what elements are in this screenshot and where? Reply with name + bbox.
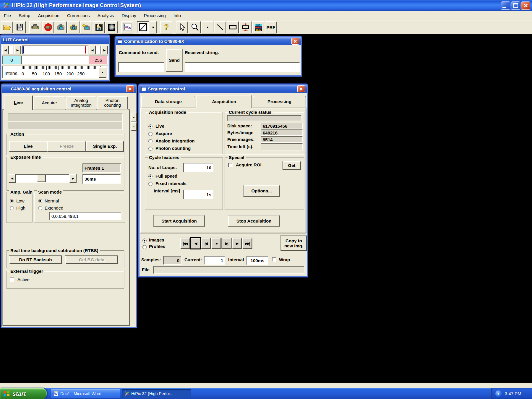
profiles-radio[interactable] [142,245,147,249]
menu-display[interactable]: Display [118,13,140,18]
tab-live[interactable]: Live [4,95,33,110]
lut-high-marker [85,46,86,53]
tab-analog-integration[interactable]: Analog Integration [66,96,96,110]
comm-window: Communication to C4880-8X Command to sen… [115,36,302,77]
tab-processing[interactable]: Processing [253,96,306,108]
lut-low-value[interactable]: 0 [2,56,21,64]
lut-range-bar[interactable] [22,46,88,54]
tray-collapse-icon[interactable]: ‹ [495,390,502,397]
command-label: Command to send: [119,50,159,55]
close-icon [293,40,297,43]
tab-data-storage[interactable]: Data storage [141,96,195,108]
vertical-profile-tool-icon[interactable] [239,21,252,33]
live-video-icon[interactable] [29,21,41,33]
task-word[interactable]: W Doc1 - Microsoft Word [51,389,120,398]
file-field[interactable] [153,266,304,274]
word-icon: W [53,391,59,396]
images-label[interactable]: Images [149,238,164,243]
menu-corrections[interactable]: Corrections [63,13,94,18]
wrap-label[interactable]: Wrap [279,257,290,262]
scroll-down-button[interactable]: ▼ [131,122,137,131]
nav-stop-button[interactable]: ■ [211,238,221,249]
lut-left-thumb[interactable] [9,46,14,54]
menu-processing[interactable]: Processing [140,13,170,18]
desktop: HiPic 32 (High Performance Image Control… [0,0,532,399]
lut-scale-options-button[interactable] [99,67,106,78]
acq-close-button[interactable] [126,85,134,92]
zoom-tool-icon[interactable] [189,21,201,33]
nav-play-back-button[interactable]: ◀ [191,238,200,249]
menu-setup[interactable]: Setup [15,13,34,18]
nav-step-forward-button[interactable]: ▶| [222,238,231,249]
acquire-image-icon[interactable] [55,21,67,33]
command-input[interactable] [118,62,164,72]
menu-file[interactable]: File [0,13,15,18]
tab-acquisition[interactable]: Acquisition [196,95,252,108]
lut-right-thumb[interactable] [96,46,101,54]
restore-button[interactable] [511,1,520,10]
lut-high-value[interactable]: 256 [89,56,108,64]
images-radio[interactable] [142,239,147,243]
interval-field[interactable]: 100ms [246,256,268,265]
task-hipic[interactable]: HiPic 32 (High Perfor... [122,389,191,398]
lut-left-dec-button[interactable]: ◀ [2,46,9,54]
line-tool-icon[interactable] [214,21,226,33]
menu-acquisition[interactable]: Acquisition [34,13,63,18]
tab-acquire[interactable]: Acquire [33,96,65,110]
nav-first-button[interactable]: |◀◀ [180,238,190,249]
wrap-checkbox[interactable] [272,257,276,262]
lut-toggle-icon[interactable] [137,21,149,33]
svg-text:?: ? [164,23,168,31]
point-tool-icon[interactable] [201,21,213,33]
window-title: HiPic 32 (High Performance Image Control… [12,2,141,9]
ruler-tick [58,66,59,70]
lut-right-inc-button[interactable]: ▶ [101,46,108,54]
rectangle-tool-icon[interactable] [227,21,239,33]
seq-close-button[interactable] [297,85,305,92]
photon-counting-icon[interactable] [80,21,92,33]
lut-right-dec-button[interactable]: ◀ [89,46,96,54]
send-button[interactable]: Send [166,49,182,72]
nav-last-button[interactable]: ▶▶| [242,238,252,249]
scaling-tool-icon[interactable]: XYTSCAL [252,21,264,33]
lut-left-inc-button[interactable]: ▶ [14,46,21,54]
minimize-button[interactable] [501,1,510,10]
acq-titlebar[interactable]: C4880-80 acquisition control [2,85,136,93]
current-field[interactable]: 1 [204,256,225,265]
scroll-up-button[interactable]: ▲ [131,113,137,121]
help-icon[interactable]: ? [160,21,172,33]
comm-close-button[interactable] [291,38,299,45]
shading-correction-icon[interactable] [106,21,118,33]
taskbar: start W Doc1 - Microsoft Word HiPic 32 (… [0,388,532,399]
seq-titlebar[interactable]: Sequence control [140,85,307,93]
nav-step-back-button[interactable]: |◀ [201,238,211,249]
lut-titlebar[interactable]: LUT Control [1,36,109,44]
window-controls [501,1,532,10]
lut-options-icon[interactable] [150,21,157,33]
profile-display-icon[interactable] [121,21,133,33]
menu-info[interactable]: Info [170,13,185,18]
interval-label: Interval [228,257,244,262]
received-input[interactable] [185,62,300,72]
stop-live-icon[interactable] [42,21,54,33]
ruler-tick [70,66,70,70]
dark-background-icon[interactable] [93,21,105,33]
comm-titlebar[interactable]: Communication to C4880-8X [116,37,301,45]
restore-icon [513,3,518,8]
open-image-icon[interactable] [1,21,13,33]
tab-photon-counting[interactable]: Photon counting [97,96,128,110]
nav-play-button[interactable]: ▶ [232,238,242,249]
pointer-tool-icon[interactable] [176,21,188,33]
analog-integration-icon[interactable] [67,21,80,33]
app-icon [2,2,9,9]
profiles-label[interactable]: Profiles [149,244,165,249]
lut-mid-box [21,56,89,64]
comm-title: Communication to C4880-8X [124,39,184,44]
copy-to-new-img-button[interactable]: Copy to new img. [281,236,307,251]
profile-tool-icon[interactable]: PRF [265,21,277,33]
close-button[interactable] [521,1,530,10]
received-label: Received string: [185,50,219,55]
save-image-icon[interactable] [14,21,26,33]
start-button[interactable]: start [0,388,47,399]
menu-analysis[interactable]: Analysis [94,13,118,18]
